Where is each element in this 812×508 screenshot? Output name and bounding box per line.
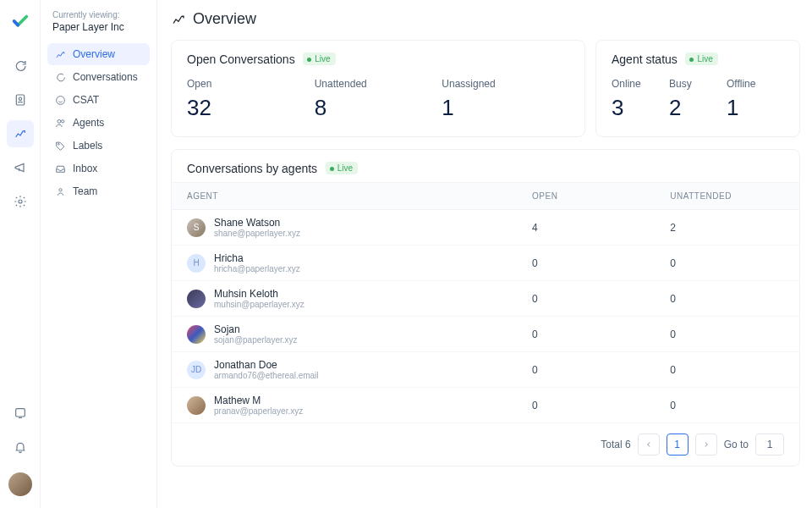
- agent-cell: H Hricha hricha@paperlayer.xyz: [187, 252, 502, 273]
- sidebar-item-csat[interactable]: CSAT: [47, 89, 150, 111]
- campaigns-icon[interactable]: [7, 154, 34, 181]
- cell-unattended: 2: [655, 210, 799, 246]
- notifications-icon[interactable]: [7, 433, 34, 461]
- stat-value: 1: [727, 95, 784, 121]
- workspace-name: Paper Layer Inc: [47, 21, 150, 43]
- cell-unattended: 0: [655, 317, 799, 352]
- csat-icon: [54, 94, 66, 106]
- docs-icon[interactable]: [7, 400, 34, 427]
- stat-busy: Busy 2: [669, 78, 727, 121]
- agent-status-title: Agent status: [612, 52, 678, 66]
- overview-icon: [54, 48, 66, 60]
- sidebar-item-label: Inbox: [73, 163, 97, 174]
- open-conversations-title: Open Conversations: [187, 52, 295, 66]
- stat-unattended: Unattended 8: [315, 78, 442, 121]
- agent-name: Hricha: [214, 252, 300, 264]
- cell-open: 0: [517, 388, 655, 423]
- agent-name: Muhsin Keloth: [214, 288, 304, 300]
- sidebar-item-overview[interactable]: Overview: [47, 43, 150, 65]
- page-number-button[interactable]: 1: [667, 433, 689, 456]
- conversations-icon: [54, 71, 66, 83]
- goto-label: Go to: [724, 439, 749, 450]
- settings-icon[interactable]: [7, 188, 34, 215]
- icon-rail: [0, 0, 41, 508]
- agent-avatar: [187, 396, 206, 415]
- agent-name: Sojan: [214, 323, 298, 335]
- app-logo[interactable]: [11, 12, 30, 30]
- sidebar-item-team[interactable]: Team: [47, 180, 150, 202]
- stat-online: Online 3: [612, 78, 669, 121]
- agent-cell: S Shane Watson shane@paperlayer.xyz: [187, 217, 502, 238]
- main-content: Overview Open Conversations Live Open 32…: [157, 0, 812, 508]
- reports-sidebar: Currently viewing: Paper Layer Inc Overv…: [41, 0, 157, 508]
- stat-value: 3: [612, 95, 669, 121]
- stat-label: Online: [612, 78, 669, 90]
- stat-value: 1: [442, 95, 569, 121]
- agent-cell: Sojan sojan@paperlayer.xyz: [187, 323, 502, 345]
- sidebar-item-conversations[interactable]: Conversations: [47, 66, 150, 88]
- contacts-icon[interactable]: [7, 86, 34, 113]
- stat-offline: Offline 1: [727, 78, 784, 121]
- conversations-by-agents-panel: Conversations by agents Live AGENT OPEN …: [171, 149, 800, 467]
- col-open: OPEN: [517, 183, 655, 210]
- stat-label: Offline: [727, 78, 784, 90]
- svg-point-5: [57, 119, 60, 123]
- open-conversations-card: Open Conversations Live Open 32 Unattend…: [171, 40, 585, 137]
- agent-email: pranav@paperlayer.xyz: [214, 406, 303, 416]
- cell-unattended: 0: [655, 246, 799, 281]
- live-badge: Live: [685, 52, 717, 65]
- cell-open: 0: [517, 317, 655, 352]
- cell-unattended: 0: [655, 388, 799, 423]
- stat-label: Open: [187, 78, 315, 90]
- table-row: Muhsin Keloth muhsin@paperlayer.xyz 0 0: [172, 281, 799, 317]
- svg-point-2: [19, 200, 22, 203]
- agent-avatar: JD: [187, 361, 206, 379]
- agent-name: Shane Watson: [214, 217, 300, 229]
- sidebar-item-agents[interactable]: Agents: [47, 112, 150, 134]
- agent-email: muhsin@paperlayer.xyz: [214, 300, 304, 309]
- page-title: Overview: [171, 10, 800, 28]
- stat-unassigned: Unassigned 1: [442, 78, 569, 121]
- chat-icon[interactable]: [7, 52, 34, 80]
- agents-table: AGENT OPEN UNATTENDED S Shane Watson sha…: [172, 182, 799, 423]
- svg-point-6: [61, 119, 63, 122]
- sidebar-item-label: Overview: [73, 48, 115, 60]
- stat-open: Open 32: [187, 78, 315, 121]
- agent-email: hricha@paperlayer.xyz: [214, 264, 300, 273]
- sidebar-item-label: Agents: [73, 117, 104, 129]
- team-icon: [54, 185, 66, 197]
- live-badge: Live: [326, 162, 358, 174]
- pagination-total: Total 6: [601, 439, 630, 450]
- reports-icon[interactable]: [7, 120, 34, 147]
- table-row: S Shane Watson shane@paperlayer.xyz 4 2: [172, 210, 799, 246]
- cell-open: 0: [517, 246, 655, 281]
- currently-viewing-label: Currently viewing:: [47, 10, 150, 19]
- user-avatar[interactable]: [8, 472, 32, 496]
- stat-label: Unattended: [315, 78, 442, 90]
- agent-avatar: S: [187, 218, 206, 237]
- cell-unattended: 0: [655, 281, 799, 317]
- table-row: H Hricha hricha@paperlayer.xyz 0 0: [172, 246, 799, 281]
- cell-open: 0: [517, 352, 655, 388]
- live-badge: Live: [303, 52, 335, 65]
- agent-email: armando76@ethereal.email: [214, 371, 319, 380]
- goto-input[interactable]: [755, 433, 784, 456]
- agent-avatar: [187, 325, 206, 344]
- agent-name: Mathew M: [214, 395, 303, 406]
- sidebar-item-inbox[interactable]: Inbox: [47, 157, 150, 179]
- overview-title-icon: [171, 12, 186, 27]
- svg-point-7: [58, 143, 59, 145]
- stat-value: 32: [187, 95, 315, 121]
- inbox-icon: [54, 163, 66, 174]
- page-next-button[interactable]: [695, 433, 717, 456]
- agent-avatar: [187, 290, 206, 308]
- svg-point-4: [56, 96, 64, 104]
- svg-rect-3: [15, 409, 25, 417]
- cell-open: 4: [517, 210, 655, 246]
- table-row: JD Jonathan Doe armando76@ethereal.email…: [172, 352, 799, 388]
- col-agent: AGENT: [172, 183, 517, 210]
- pagination: Total 6 1 Go to: [172, 423, 799, 466]
- sidebar-item-labels[interactable]: Labels: [47, 135, 150, 157]
- table-row: Sojan sojan@paperlayer.xyz 0 0: [172, 317, 799, 352]
- page-prev-button[interactable]: [638, 433, 660, 456]
